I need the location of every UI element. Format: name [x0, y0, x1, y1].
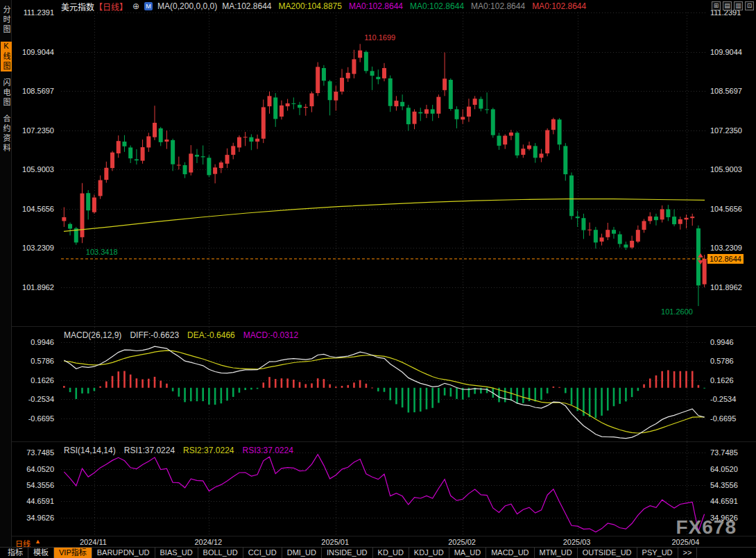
macd-header-item-1: MACD(26,12,9) — [64, 330, 121, 340]
axis-tick: 54.3556 — [26, 481, 54, 489]
axis-tick: 34.9626 — [26, 514, 54, 522]
chart-type-sidebar: 分时图K线图闪电图合约资料 — [0, 0, 12, 547]
chart-list-icon[interactable]: ▤ — [723, 1, 732, 10]
axis-tick: -0.6695 — [28, 414, 54, 423]
tab-cci[interactable]: CCI_UD — [243, 548, 282, 558]
ma-value-6: MA0:102.8644 — [532, 1, 586, 11]
tab-kd[interactable]: KD_UD — [373, 548, 409, 558]
axis-tick: 64.0520 — [710, 465, 738, 473]
axis-tick: 103.2309 — [710, 244, 742, 252]
symbol-name: 美元指数 — [61, 1, 94, 12]
tab-barupdn[interactable]: BARUPDN_UD — [92, 548, 155, 558]
tab-boll[interactable]: BOLL_UD — [198, 548, 243, 558]
window-controls: ⊞▤▥⊡ — [712, 1, 754, 10]
current-price-tag: 102.8644 — [707, 254, 744, 264]
axis-tick: -0.6695 — [710, 414, 736, 423]
axis-tick: 54.3556 — [710, 481, 738, 489]
cycle-up-arrow-icon[interactable]: ▲ — [35, 538, 41, 545]
axis-tick: 107.2350 — [710, 126, 742, 135]
axis-tick: 108.5697 — [710, 87, 742, 95]
axis-tick: 73.7485 — [710, 448, 738, 457]
tab-bias[interactable]: BIAS_UD — [155, 548, 198, 558]
price-annotation-3: 101.2600 — [661, 307, 693, 316]
ma200-line — [64, 199, 705, 232]
tab-inside[interactable]: INSIDE_UD — [322, 548, 373, 558]
tab-kdj[interactable]: KDJ_UD — [409, 548, 449, 558]
axis-tick: 73.7485 — [26, 448, 54, 457]
axis-tick: 0.9946 — [710, 338, 734, 346]
new-window-icon[interactable]: ⊡ — [745, 1, 754, 10]
tab-mtm[interactable]: MTM_UD — [535, 548, 578, 558]
ma-value-3: MA0:102.8644 — [349, 1, 403, 11]
axis-tick: 101.8962 — [22, 283, 54, 291]
h-gridlines — [61, 343, 707, 419]
macd-panel: MACD(26,12,9)DIFF:-0.6623DEA:-0.6466MACD… — [11, 326, 756, 442]
macd-chart[interactable] — [61, 327, 707, 442]
axis-tick: 44.6591 — [710, 497, 738, 505]
add-indicator-button[interactable]: ⊕ — [132, 1, 139, 11]
macd-histogram — [63, 370, 705, 418]
tab-templates[interactable]: 模板 — [28, 548, 54, 558]
axis-tick: 0.5786 — [31, 357, 54, 365]
rsi-panel: RSI(14,14,14)RSI1:37.0224RSI2:37.0224RSI… — [11, 441, 756, 536]
axis-tick: 105.9003 — [710, 165, 742, 174]
sidebar-item-kline[interactable]: K线图 — [1, 42, 12, 71]
sidebar-item-flash[interactable]: 闪电图 — [1, 78, 12, 108]
axis-tick: 108.5697 — [22, 87, 54, 95]
sidebar-item-fenshi[interactable]: 分时图 — [1, 6, 12, 35]
axis-tick: 101.8962 — [710, 283, 742, 291]
rsi-header-item-2: RSI1:37.0224 — [124, 446, 175, 455]
ma-indicator-icon[interactable]: M — [144, 2, 153, 10]
axis-tick: -0.2534 — [28, 395, 54, 403]
axis-tick: 0.5786 — [710, 357, 734, 365]
axis-tick: 105.9003 — [22, 165, 54, 174]
chart-grid-icon[interactable]: ▥ — [734, 1, 743, 10]
symbol-group: 美元指数 【日线】 — [61, 1, 128, 12]
h-gridlines — [61, 453, 707, 518]
tab-ma[interactable]: MA_UD — [449, 548, 487, 558]
axis-tick: 109.9044 — [22, 48, 54, 56]
tab-more[interactable]: >> — [678, 548, 698, 558]
axis-tick: 44.6591 — [26, 497, 54, 505]
macd-header: MACD(26,12,9)DIFF:-0.6623DEA:-0.6466MACD… — [64, 330, 298, 340]
macd-header-item-2: DIFF:-0.6623 — [130, 330, 179, 340]
time-axis: 日线 ▲ 2024/112024/122025/012025/022025/03… — [11, 536, 756, 548]
axis-tick: 104.5656 — [22, 205, 54, 213]
price-annotation-2: 103.3418 — [86, 248, 118, 256]
tab-outside[interactable]: OUTSIDE_UD — [578, 548, 637, 558]
macd-axis-left: 0.99460.57860.1626-0.2534-0.6695 — [11, 327, 58, 442]
time-axis-label: 2025/03 — [563, 538, 591, 546]
axis-tick: 64.0520 — [26, 465, 54, 473]
axis-tick: 107.2350 — [22, 126, 54, 135]
tile-windows-icon[interactable]: ⊞ — [712, 1, 721, 10]
tab-vip[interactable]: VIP指标 — [54, 548, 92, 558]
time-axis-label: 2024/12 — [194, 538, 222, 546]
tab-dmi[interactable]: DMI_UD — [282, 548, 322, 558]
tab-psy[interactable]: PSY_UD — [637, 548, 678, 558]
ma-settings-label: MA(0,200,0,0,0) — [157, 1, 217, 11]
tab-macd[interactable]: MACD_UD — [486, 548, 534, 558]
price-axis-right: 111.2391109.9044108.5697107.2350105.9003… — [707, 12, 756, 326]
axis-tick: 0.1626 — [710, 376, 734, 384]
candlestick-chart[interactable]: 110.1699103.3418101.2600 — [61, 12, 707, 326]
rsi-chart[interactable] — [61, 442, 707, 536]
ma-value-2: MA200:104.8875 — [279, 1, 342, 11]
rsi-header-item-4: RSI3:37.0224 — [243, 446, 293, 455]
rsi-header: RSI(14,14,14)RSI1:37.0224RSI2:37.0224RSI… — [64, 446, 293, 455]
sidebar-item-contract[interactable]: 合约资料 — [1, 115, 12, 153]
ma-value-1: MA:102.8644 — [222, 1, 271, 11]
rsi-axis-left: 73.748564.052054.355644.659134.9626 — [11, 442, 58, 536]
axis-tick: 0.1626 — [31, 376, 54, 384]
time-axis-label: 2025/04 — [672, 538, 700, 546]
chart-header: 美元指数 【日线】 ⊕ M MA(0,200,0,0,0) MA:102.864… — [11, 0, 756, 12]
rsi-header-item-1: RSI(14,14,14) — [64, 446, 116, 455]
indicator-tabbar: 指标模板VIP指标BARUPDN_UDBIAS_UDBOLL_UDCCI_UDD… — [0, 547, 756, 558]
ma-value-5: MA0:102.8644 — [471, 1, 525, 11]
tab-indicators[interactable]: 指标 — [3, 548, 28, 558]
price-annotation-1: 110.1699 — [364, 33, 395, 42]
period-tag: 【日线】 — [94, 1, 128, 12]
rsi-header-item-3: RSI2:37.0224 — [183, 446, 234, 455]
axis-tick: 104.5656 — [710, 205, 742, 213]
axis-tick: 0.9946 — [31, 338, 54, 346]
candles-layer — [62, 44, 706, 306]
